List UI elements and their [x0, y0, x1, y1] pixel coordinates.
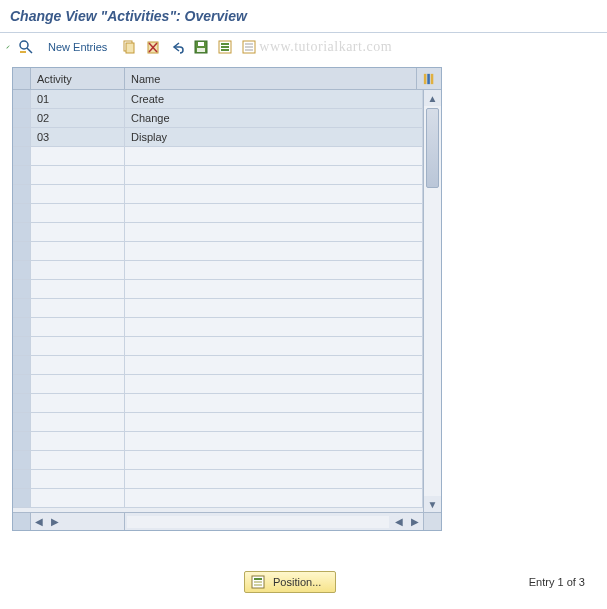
column-header-activity[interactable]: Activity — [31, 68, 125, 89]
table-row[interactable] — [13, 261, 423, 280]
new-entries-button[interactable]: New Entries — [42, 39, 113, 55]
cell-activity[interactable] — [31, 337, 125, 355]
row-selector[interactable] — [13, 147, 31, 165]
cell-activity[interactable] — [31, 261, 125, 279]
cell-activity[interactable] — [31, 299, 125, 317]
scroll-right-icon[interactable]: ▶ — [407, 514, 423, 530]
row-selector[interactable] — [13, 470, 31, 488]
row-selector[interactable] — [13, 261, 31, 279]
table-row[interactable] — [13, 185, 423, 204]
table-row[interactable] — [13, 413, 423, 432]
cell-activity[interactable]: 02 — [31, 109, 125, 127]
cell-activity[interactable] — [31, 432, 125, 450]
table-row[interactable] — [13, 375, 423, 394]
cell-name[interactable] — [125, 432, 423, 450]
cell-activity[interactable] — [31, 470, 125, 488]
cell-activity[interactable] — [31, 280, 125, 298]
scroll-left-icon[interactable]: ◀ — [391, 514, 407, 530]
deselect-all-icon[interactable] — [241, 39, 257, 55]
details-icon[interactable] — [18, 39, 34, 55]
cell-activity[interactable] — [31, 394, 125, 412]
cell-name[interactable] — [125, 299, 423, 317]
cell-activity[interactable] — [31, 185, 125, 203]
row-selector[interactable] — [13, 356, 31, 374]
cell-name[interactable] — [125, 166, 423, 184]
table-row[interactable]: 03 Display — [13, 128, 423, 147]
row-selector[interactable] — [13, 318, 31, 336]
table-row[interactable] — [13, 489, 423, 508]
delete-icon[interactable] — [145, 39, 161, 55]
cell-activity[interactable] — [31, 318, 125, 336]
cell-name[interactable]: Display — [125, 128, 423, 146]
scroll-right-icon[interactable]: ▶ — [47, 514, 63, 530]
cell-activity[interactable]: 01 — [31, 90, 125, 108]
table-row[interactable] — [13, 470, 423, 489]
table-row[interactable]: 01 Create — [13, 90, 423, 109]
cell-activity[interactable] — [31, 223, 125, 241]
row-selector[interactable] — [13, 375, 31, 393]
cell-activity[interactable] — [31, 166, 125, 184]
row-selector[interactable] — [13, 128, 31, 146]
select-all-icon[interactable] — [217, 39, 233, 55]
row-selector[interactable] — [13, 90, 31, 108]
cell-activity[interactable] — [31, 375, 125, 393]
row-selector[interactable] — [13, 337, 31, 355]
cell-activity[interactable] — [31, 489, 125, 507]
cell-name[interactable] — [125, 356, 423, 374]
row-selector[interactable] — [13, 242, 31, 260]
row-selector[interactable] — [13, 299, 31, 317]
scroll-down-icon[interactable]: ▼ — [424, 496, 441, 512]
scroll-up-icon[interactable]: ▲ — [424, 90, 441, 106]
table-row[interactable] — [13, 432, 423, 451]
cell-name[interactable] — [125, 318, 423, 336]
cell-name[interactable] — [125, 204, 423, 222]
cell-name[interactable]: Create — [125, 90, 423, 108]
row-selector[interactable] — [13, 489, 31, 507]
cell-name[interactable] — [125, 337, 423, 355]
cell-name[interactable] — [125, 451, 423, 469]
table-row[interactable] — [13, 337, 423, 356]
cell-name[interactable] — [125, 375, 423, 393]
table-row[interactable] — [13, 147, 423, 166]
table-row[interactable] — [13, 204, 423, 223]
cell-name[interactable] — [125, 394, 423, 412]
cell-activity[interactable] — [31, 413, 125, 431]
hscroll-activity[interactable]: ◀ ▶ — [31, 513, 125, 530]
table-row[interactable] — [13, 299, 423, 318]
undo-icon[interactable] — [169, 39, 185, 55]
table-row[interactable] — [13, 451, 423, 470]
cell-activity[interactable] — [31, 451, 125, 469]
table-row[interactable] — [13, 318, 423, 337]
row-selector[interactable] — [13, 204, 31, 222]
table-row[interactable] — [13, 356, 423, 375]
table-row[interactable] — [13, 394, 423, 413]
cell-name[interactable] — [125, 223, 423, 241]
table-row[interactable] — [13, 280, 423, 299]
row-selector[interactable] — [13, 109, 31, 127]
row-selector[interactable] — [13, 280, 31, 298]
save-icon[interactable] — [193, 39, 209, 55]
row-selector[interactable] — [13, 432, 31, 450]
column-header-name[interactable]: Name — [125, 68, 417, 89]
scroll-thumb[interactable] — [426, 108, 439, 188]
copy-icon[interactable] — [121, 39, 137, 55]
cell-activity[interactable]: 03 — [31, 128, 125, 146]
row-selector[interactable] — [13, 413, 31, 431]
row-selector[interactable] — [13, 185, 31, 203]
cell-activity[interactable] — [31, 242, 125, 260]
table-row[interactable] — [13, 166, 423, 185]
scroll-track[interactable] — [424, 106, 441, 496]
cell-name[interactable] — [125, 147, 423, 165]
cell-activity[interactable] — [31, 147, 125, 165]
table-row[interactable]: 02 Change — [13, 109, 423, 128]
cell-name[interactable] — [125, 470, 423, 488]
scroll-left-icon[interactable]: ◀ — [31, 514, 47, 530]
cell-activity[interactable] — [31, 204, 125, 222]
row-selector[interactable] — [13, 394, 31, 412]
cell-name[interactable] — [125, 261, 423, 279]
table-row[interactable] — [13, 242, 423, 261]
table-config-icon[interactable] — [417, 68, 441, 89]
vertical-scrollbar[interactable]: ▲ ▼ — [423, 90, 441, 512]
cell-name[interactable] — [125, 413, 423, 431]
cell-name[interactable] — [125, 489, 423, 507]
